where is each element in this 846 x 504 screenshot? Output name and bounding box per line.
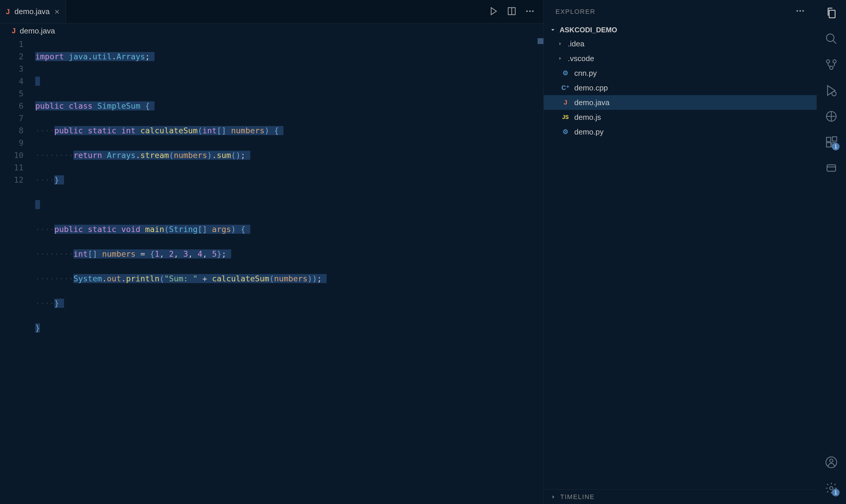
search-activity-icon[interactable] bbox=[824, 32, 839, 46]
svg-point-5 bbox=[796, 10, 798, 12]
svg-point-2 bbox=[526, 10, 527, 12]
explorer-panel: EXPLORER ASKCODI_DEMO .idea .vscode ⚙ cn… bbox=[543, 0, 817, 504]
svg-point-11 bbox=[833, 60, 836, 63]
minimap-indicator[interactable] bbox=[538, 38, 543, 44]
split-editor-icon[interactable] bbox=[507, 6, 517, 17]
code-content[interactable]: import java.util.Arrays; public class Si… bbox=[35, 38, 543, 504]
cpp-icon: C⁺ bbox=[561, 84, 570, 92]
svg-point-22 bbox=[830, 459, 833, 462]
line-num: 4 bbox=[0, 75, 23, 88]
timeline-label: TIMELINE bbox=[560, 493, 595, 501]
tab-bar: J demo.java × bbox=[0, 0, 543, 23]
folder-name: .vscode bbox=[568, 54, 594, 63]
line-num: 12 bbox=[0, 174, 23, 186]
chevron-down-icon bbox=[550, 27, 556, 33]
tree-folder-vscode[interactable]: .vscode bbox=[544, 51, 817, 66]
code-editor[interactable]: 1 2 3 4 5 6 7 8 9 10 11 12 import java.u… bbox=[0, 38, 543, 504]
python-icon: ⚙ bbox=[561, 128, 570, 136]
workspace-section[interactable]: ASKCODI_DEMO bbox=[544, 23, 817, 36]
badge: 1 bbox=[832, 489, 840, 497]
line-num: 11 bbox=[0, 162, 23, 174]
run-debug-activity-icon[interactable] bbox=[824, 84, 839, 97]
line-num: 7 bbox=[0, 112, 23, 125]
line-num: 5 bbox=[0, 88, 23, 100]
more-icon[interactable] bbox=[525, 6, 535, 17]
tab-actions bbox=[489, 6, 543, 17]
extensions-activity-icon[interactable]: 1 bbox=[824, 135, 839, 149]
svg-point-3 bbox=[529, 10, 530, 12]
panel-header: EXPLORER bbox=[544, 0, 817, 23]
explorer-activity-icon[interactable] bbox=[824, 6, 839, 20]
svg-rect-15 bbox=[827, 138, 831, 142]
svg-point-8 bbox=[827, 34, 834, 42]
file-name: demo.py bbox=[574, 127, 604, 137]
tab-filename: demo.java bbox=[14, 7, 50, 16]
line-num: 6 bbox=[0, 100, 23, 112]
java-icon: J bbox=[12, 27, 16, 35]
file-name: cnn.py bbox=[574, 69, 597, 78]
more-icon[interactable] bbox=[795, 6, 805, 17]
tree-file-cnn-py[interactable]: ⚙ cnn.py bbox=[544, 66, 817, 80]
workspace-name: ASKCODI_DEMO bbox=[560, 26, 617, 34]
svg-point-12 bbox=[830, 66, 833, 70]
js-icon: JS bbox=[561, 114, 570, 121]
svg-rect-18 bbox=[832, 137, 837, 141]
secondary-activity-icon[interactable] bbox=[824, 161, 839, 175]
svg-point-6 bbox=[799, 10, 801, 12]
svg-rect-16 bbox=[827, 143, 831, 147]
line-num: 1 bbox=[0, 38, 23, 51]
run-icon[interactable] bbox=[489, 6, 498, 17]
svg-line-9 bbox=[833, 40, 836, 44]
line-num: 3 bbox=[0, 63, 23, 75]
chevron-right-icon bbox=[557, 41, 563, 47]
tree-file-demo-java[interactable]: J demo.java bbox=[544, 95, 817, 110]
line-gutter: 1 2 3 4 5 6 7 8 9 10 11 12 bbox=[0, 38, 35, 504]
svg-rect-19 bbox=[827, 165, 835, 171]
source-control-activity-icon[interactable] bbox=[824, 58, 839, 72]
svg-point-13 bbox=[832, 92, 836, 96]
java-icon: J bbox=[6, 7, 10, 16]
java-icon: J bbox=[561, 99, 570, 106]
close-icon[interactable]: × bbox=[54, 7, 60, 17]
line-num: 9 bbox=[0, 137, 23, 149]
svg-point-4 bbox=[532, 10, 534, 12]
folder-name: .idea bbox=[568, 39, 584, 49]
settings-activity-icon[interactable]: 1 bbox=[824, 481, 839, 495]
line-num: 2 bbox=[0, 51, 23, 63]
accounts-activity-icon[interactable] bbox=[824, 455, 839, 469]
tree-file-demo-js[interactable]: JS demo.js bbox=[544, 110, 817, 125]
chevron-right-icon bbox=[557, 55, 563, 61]
svg-point-7 bbox=[802, 10, 804, 12]
file-name: demo.java bbox=[574, 98, 610, 107]
chevron-right-icon bbox=[550, 494, 557, 500]
file-tree: .idea .vscode ⚙ cnn.py C⁺ demo.cpp J dem… bbox=[544, 36, 817, 489]
line-num: 10 bbox=[0, 149, 23, 162]
explorer-title: EXPLORER bbox=[556, 8, 595, 16]
tab-demo-java[interactable]: J demo.java × bbox=[0, 0, 66, 23]
svg-point-10 bbox=[827, 60, 830, 63]
tree-folder-idea[interactable]: .idea bbox=[544, 36, 817, 51]
remote-activity-icon[interactable] bbox=[824, 109, 839, 123]
line-num: 8 bbox=[0, 125, 23, 137]
file-name: demo.js bbox=[574, 113, 601, 122]
badge: 1 bbox=[832, 143, 840, 150]
file-name: demo.cpp bbox=[574, 84, 608, 92]
tree-file-demo-cpp[interactable]: C⁺ demo.cpp bbox=[544, 80, 817, 95]
tree-file-demo-py[interactable]: ⚙ demo.py bbox=[544, 125, 817, 139]
editor-area: J demo.java × J demo.java 1 2 3 4 5 6 bbox=[0, 0, 543, 504]
timeline-section[interactable]: TIMELINE bbox=[544, 489, 817, 504]
python-icon: ⚙ bbox=[561, 69, 570, 77]
breadcrumb[interactable]: J demo.java bbox=[0, 23, 543, 38]
activity-bar: 1 1 bbox=[817, 0, 846, 504]
svg-point-23 bbox=[830, 487, 833, 490]
breadcrumb-filename: demo.java bbox=[20, 26, 55, 36]
